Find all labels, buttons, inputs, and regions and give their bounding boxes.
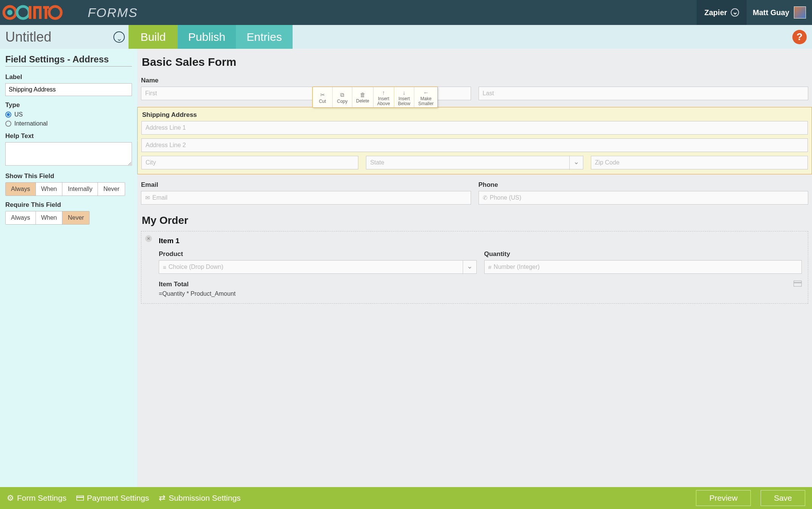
item-total-label: Item Total	[159, 281, 236, 288]
require-always-button[interactable]: Always	[6, 211, 36, 224]
label-input[interactable]	[5, 83, 132, 96]
preview-button[interactable]: Preview	[696, 490, 751, 506]
hash-icon: #	[488, 264, 491, 270]
form-heading[interactable]: Basic Sales Form	[141, 56, 808, 68]
field-context-toolbar: ✂ Cut ⧉ Copy 🗑 Delete ↑ InsertAbove ↓ In…	[312, 87, 438, 108]
email-field[interactable]: Email ✉ Email	[141, 181, 471, 205]
show-field-segment: Always When Internally Never	[5, 182, 125, 196]
placeholder-text: City	[146, 159, 156, 166]
show-field-heading: Show This Field	[5, 172, 132, 180]
radio-icon	[5, 112, 11, 118]
cut-button[interactable]: ✂ Cut	[313, 87, 332, 107]
radio-icon	[5, 121, 11, 127]
chevron-down-icon	[116, 29, 122, 45]
item-total-field[interactable]: Item Total =Quantity * Product_Amount	[159, 281, 802, 297]
address-line1-input[interactable]: Address Line 1	[141, 121, 808, 135]
delete-label: Delete	[356, 99, 369, 104]
brand-forms-word: FORMS	[88, 5, 138, 20]
brand-logo: FORMS	[0, 2, 138, 23]
form-menu-toggle[interactable]	[113, 31, 125, 43]
show-never-button[interactable]: Never	[98, 183, 125, 196]
name-last-input[interactable]: Last	[479, 87, 809, 100]
make-smaller-button[interactable]: ← MakeSmaller	[414, 87, 437, 107]
quantity-label: Quantity	[484, 250, 802, 258]
topbar-right: Zapier Matt Guay	[697, 0, 812, 25]
org-switcher[interactable]: Zapier	[697, 0, 747, 25]
show-when-button[interactable]: When	[36, 183, 62, 196]
copy-icon: ⧉	[340, 92, 344, 98]
placeholder-text: Last	[483, 90, 494, 97]
shuffle-icon: ⇄	[159, 493, 166, 503]
address-label: Shipping Address	[141, 111, 808, 119]
tab-build[interactable]: Build	[129, 25, 178, 49]
order-item-section[interactable]: ✕ Item 1 Product ≡ Choice (Drop Down)	[141, 231, 808, 304]
order-heading[interactable]: My Order	[142, 214, 808, 227]
placeholder-text: Zip Code	[595, 159, 620, 166]
insert-above-button[interactable]: ↑ InsertAbove	[373, 87, 394, 107]
remove-item-icon[interactable]: ✕	[145, 235, 152, 242]
cut-label: Cut	[319, 99, 326, 104]
arrow-down-icon: ↓	[403, 89, 406, 96]
sidebar-title: Field Settings - Address	[5, 54, 132, 67]
scissors-icon: ✂	[320, 92, 325, 98]
form-settings-button[interactable]: ⚙ Form Settings	[7, 493, 67, 503]
email-input[interactable]: ✉ Email	[141, 191, 471, 205]
gear-icon: ⚙	[7, 493, 14, 503]
type-option-international[interactable]: International	[5, 120, 132, 127]
insert-below-button[interactable]: ↓ InsertBelow	[394, 87, 414, 107]
svg-rect-12	[77, 495, 84, 500]
phone-label: Phone	[479, 181, 809, 189]
address-state-select[interactable]: State	[366, 156, 583, 169]
placeholder-text: First	[145, 90, 157, 97]
address-line2-input[interactable]: Address Line 2	[141, 138, 808, 152]
list-icon: ≡	[163, 264, 166, 270]
help-button[interactable]: ?	[792, 30, 807, 44]
placeholder-text: State	[370, 159, 384, 166]
product-select[interactable]: ≡ Choice (Drop Down)	[159, 260, 477, 274]
tab-entries[interactable]: Entries	[236, 25, 293, 49]
type-option-us[interactable]: US	[5, 111, 132, 118]
placeholder-text: Address Line 2	[146, 142, 186, 149]
svg-rect-8	[43, 6, 49, 9]
user-menu[interactable]: Matt Guay	[747, 0, 812, 25]
address-city-input[interactable]: City	[141, 156, 358, 169]
copy-label: Copy	[337, 99, 347, 104]
arrow-left-icon: ←	[423, 89, 429, 96]
show-always-button[interactable]: Always	[6, 183, 36, 196]
submission-settings-button[interactable]: ⇄ Submission Settings	[159, 493, 240, 503]
address-zip-input[interactable]: Zip Code	[591, 156, 808, 169]
chevron-down-icon	[463, 261, 476, 274]
phone-icon: ✆	[483, 194, 488, 201]
shipping-address-field[interactable]: Shipping Address Address Line 1 Address …	[137, 107, 812, 174]
sub-header: Untitled Build Publish Entries ?	[0, 25, 812, 49]
chevron-down-icon	[731, 8, 739, 17]
tab-publish[interactable]: Publish	[178, 25, 236, 49]
show-internally-button[interactable]: Internally	[62, 183, 98, 196]
org-name: Zapier	[704, 8, 727, 17]
help-text-heading: Help Text	[5, 132, 132, 140]
require-never-button[interactable]: Never	[62, 211, 89, 224]
delete-button[interactable]: 🗑 Delete	[352, 87, 373, 107]
save-button[interactable]: Save	[761, 490, 805, 506]
selection-pointer-icon	[137, 137, 138, 144]
quantity-input[interactable]: # Number (Integer)	[484, 260, 802, 274]
name-field-row[interactable]: Name First Last	[141, 77, 808, 100]
item-title: Item 1	[159, 237, 802, 245]
product-field[interactable]: Product ≡ Choice (Drop Down)	[159, 250, 477, 274]
product-label: Product	[159, 250, 477, 258]
type-intl-label: International	[14, 120, 48, 127]
quantity-field[interactable]: Quantity # Number (Integer)	[484, 250, 802, 274]
label-heading: Label	[5, 73, 132, 81]
user-name: Matt Guay	[753, 8, 789, 17]
phone-field[interactable]: Phone ✆ Phone (US)	[479, 181, 809, 205]
payment-settings-button[interactable]: Payment Settings	[76, 493, 149, 503]
copy-button[interactable]: ⧉ Copy	[332, 87, 352, 107]
bottom-bar: ⚙ Form Settings Payment Settings ⇄ Submi…	[0, 487, 812, 509]
phone-input[interactable]: ✆ Phone (US)	[479, 191, 809, 205]
help-text-input[interactable]	[5, 142, 132, 166]
avatar	[794, 6, 806, 19]
svg-rect-6	[39, 6, 42, 19]
require-field-heading: Require This Field	[5, 201, 132, 209]
credit-card-icon	[793, 281, 802, 289]
require-when-button[interactable]: When	[36, 211, 62, 224]
